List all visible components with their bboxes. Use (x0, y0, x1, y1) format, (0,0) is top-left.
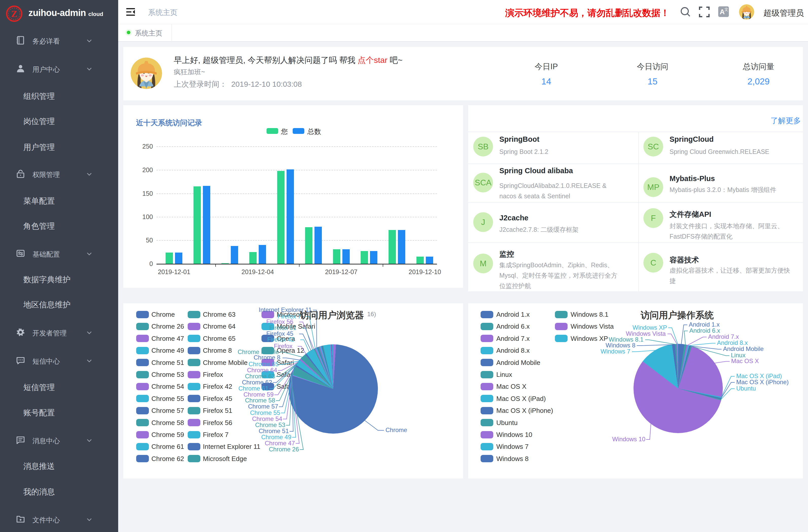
svg-text:Z: Z (11, 9, 17, 19)
